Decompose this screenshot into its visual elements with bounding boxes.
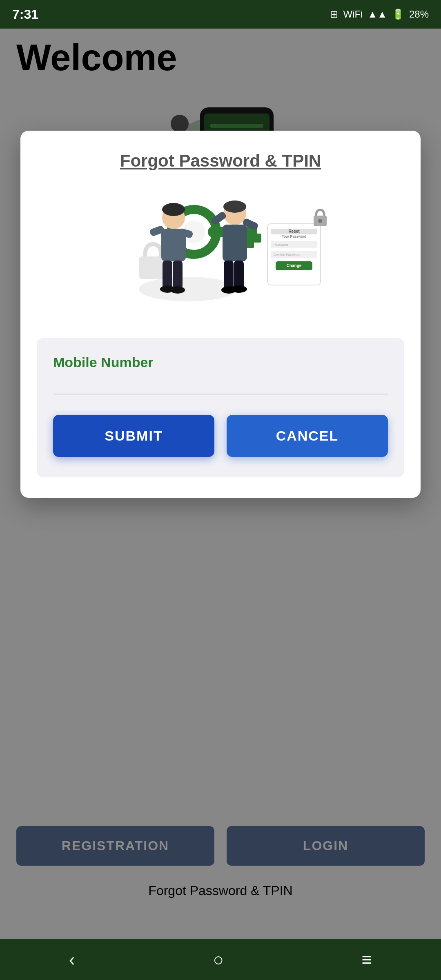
svg-rect-30 xyxy=(223,225,247,261)
back-button[interactable]: ‹ xyxy=(53,945,91,974)
svg-text:Confirm Password: Confirm Password xyxy=(274,253,300,256)
battery-percent: 28% xyxy=(409,9,429,20)
svg-rect-24 xyxy=(163,261,172,289)
svg-rect-18 xyxy=(253,234,261,243)
status-bar: 7:31 ⊞ WiFi ▲▲ 🔋 28% xyxy=(0,0,441,29)
modal-title: Forgot Password & TPIN xyxy=(37,151,404,171)
svg-point-36 xyxy=(231,285,247,293)
cancel-button[interactable]: CANCEL xyxy=(227,415,388,457)
mobile-input[interactable] xyxy=(53,370,388,394)
status-time: 7:31 xyxy=(12,7,38,22)
wifi-icon: WiFi xyxy=(343,9,363,20)
reset-password-illustration: Reset Your Password Password Confirm Pas… xyxy=(114,191,327,314)
nav-bar: ‹ ○ ≡ xyxy=(0,939,441,980)
sim-icon: ⊞ xyxy=(330,9,338,20)
battery-icon: 🔋 xyxy=(392,9,404,20)
menu-button[interactable]: ≡ xyxy=(345,945,388,974)
signal-icon: ▲▲ xyxy=(368,9,387,20)
status-icons: ⊞ WiFi ▲▲ 🔋 28% xyxy=(330,9,429,20)
svg-text:Change: Change xyxy=(287,263,302,268)
button-row: SUBMIT CANCEL xyxy=(53,415,388,457)
svg-text:Password: Password xyxy=(274,243,288,247)
svg-text:Your Password: Your Password xyxy=(282,234,306,238)
svg-point-27 xyxy=(170,286,185,294)
illustration-area: Reset Your Password Password Confirm Pas… xyxy=(37,187,404,318)
svg-point-20 xyxy=(162,203,185,216)
form-area: Mobile Number SUBMIT CANCEL xyxy=(37,338,404,477)
svg-rect-34 xyxy=(234,261,244,289)
home-button[interactable]: ○ xyxy=(196,945,240,974)
svg-rect-25 xyxy=(173,261,183,289)
submit-button[interactable]: SUBMIT xyxy=(53,415,214,457)
svg-point-48 xyxy=(318,219,322,223)
svg-rect-33 xyxy=(224,261,234,289)
svg-text:Reset: Reset xyxy=(288,229,300,234)
forgot-password-modal: Forgot Password & TPIN xyxy=(20,131,421,498)
svg-point-29 xyxy=(223,200,246,213)
mobile-label: Mobile Number xyxy=(53,354,154,370)
